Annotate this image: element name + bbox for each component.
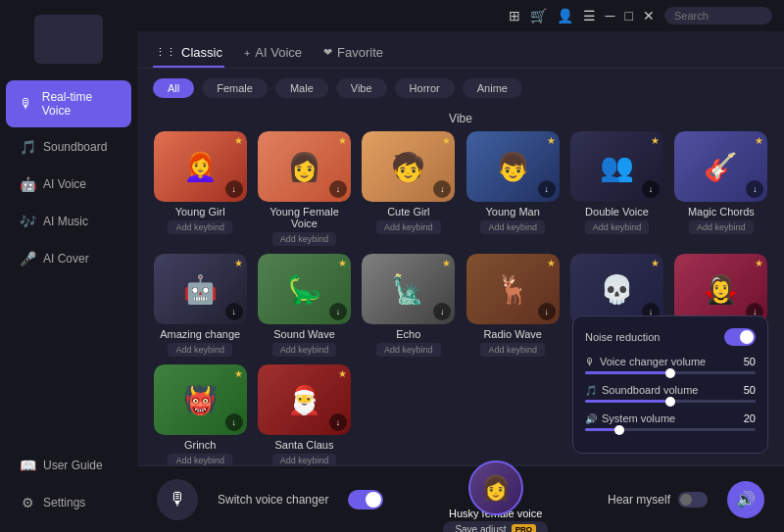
ai-music-icon: 🎶 xyxy=(20,214,35,229)
nav-tab-ai-voice[interactable]: +AI Voice xyxy=(242,39,304,68)
noise-reduction-toggle[interactable] xyxy=(724,328,756,346)
discord-icon[interactable]: ⊞ xyxy=(509,8,520,24)
voice-thumb-young-female: 👩 ★ ↓ xyxy=(258,131,351,202)
system-volume-track[interactable] xyxy=(585,428,756,431)
voice-download-santa-claus[interactable]: ↓ xyxy=(329,413,347,431)
voice-star-young-female: ★ xyxy=(338,135,347,146)
filter-vibe[interactable]: Vibe xyxy=(336,78,387,98)
voice-keybind-echo[interactable]: Add keybind xyxy=(376,343,441,357)
voice-download-grinch[interactable]: ↓ xyxy=(225,413,243,431)
voice-card-echo[interactable]: 🗽 ★ ↓ Echo Add keybind xyxy=(362,254,456,357)
filter-anime[interactable]: Anime xyxy=(463,78,522,98)
voice-card-young-girl[interactable]: 👩‍🦰 ★ ↓ Young Girl Add keybind xyxy=(153,131,247,246)
voice-download-sound-wave[interactable]: ↓ xyxy=(329,303,347,320)
system-volume-value: 20 xyxy=(744,412,756,424)
hear-myself-label: Hear myself xyxy=(608,493,670,507)
voice-name-santa-claus: Santa Claus xyxy=(275,439,334,451)
close-icon[interactable]: ✕ xyxy=(643,8,655,24)
soundboard-volume-track[interactable] xyxy=(585,400,756,403)
soundboard-volume-row: 🎵 Soundboard volume 50 xyxy=(585,384,756,403)
nav-tab-classic[interactable]: ⋮⋮Classic xyxy=(153,39,224,68)
nav-tab-icon-favorite: ❤ xyxy=(323,46,332,59)
main-content: ⊞ 🛒 👤 ☰ ─ □ ✕ ⋮⋮Classic+AI Voice❤Favorit… xyxy=(137,0,784,532)
voice-thumb-santa-claus: 🎅 ★ ↓ xyxy=(258,364,351,435)
speaker-button[interactable]: 🔊 xyxy=(727,481,764,518)
voice-download-young-female[interactable]: ↓ xyxy=(329,180,347,198)
minimize-icon[interactable]: ─ xyxy=(606,8,615,24)
user-icon[interactable]: 👤 xyxy=(557,8,573,24)
voice-name-radio-wave: Radio Wave xyxy=(483,328,542,340)
voice-star-sound-wave: ★ xyxy=(338,258,347,268)
voice-download-amazing-change[interactable]: ↓ xyxy=(225,303,243,320)
voice-card-sound-wave[interactable]: 🦕 ★ ↓ Sound Wave Add keybind xyxy=(257,254,351,357)
sidebar-item-ai-music[interactable]: 🎶 AI Music xyxy=(6,204,131,239)
filter-female[interactable]: Female xyxy=(202,78,268,98)
soundboard-icon: 🎵 xyxy=(20,139,35,155)
voice-keybind-double-voice[interactable]: Add keybind xyxy=(585,220,650,234)
filter-horror[interactable]: Horror xyxy=(395,78,455,98)
voice-star-magic-chords: ★ xyxy=(755,135,763,146)
voice-keybind-sound-wave[interactable]: Add keybind xyxy=(272,343,337,357)
voice-star-amazing-change: ★ xyxy=(234,258,243,268)
noise-reduction-row: Noise reduction xyxy=(585,328,756,346)
sidebar-item-user-guide[interactable]: 📖 User Guide xyxy=(6,448,131,483)
voice-card-double-voice[interactable]: 👥 ★ ↓ Double Voice Add keybind xyxy=(569,131,663,246)
voice-thumb-sally: 🧛‍♀️ ★ ↓ xyxy=(674,254,767,324)
soundboard-volume-thumb[interactable] xyxy=(665,397,675,407)
active-voice-avatar: 👩 xyxy=(468,460,523,515)
sidebar-item-ai-cover[interactable]: 🎤 AI Cover xyxy=(6,241,131,276)
search-input[interactable] xyxy=(664,7,772,24)
voice-download-young-man[interactable]: ↓ xyxy=(538,180,556,198)
hear-myself-toggle[interactable] xyxy=(678,492,708,508)
save-adjust-button[interactable]: Save adjust PRO xyxy=(443,521,548,532)
voice-keybind-young-man[interactable]: Add keybind xyxy=(480,220,545,234)
voice-keybind-amazing-change[interactable]: Add keybind xyxy=(168,343,232,357)
nav-tabs: ⋮⋮Classic+AI Voice❤Favorite xyxy=(137,31,784,69)
bottom-bar: 🎙 Switch voice changer 👩 Husky female vo… xyxy=(137,465,784,532)
voice-name-sound-wave: Sound Wave xyxy=(273,328,335,340)
voice-changer-volume-track[interactable] xyxy=(585,371,756,374)
voice-card-magic-chords[interactable]: 🎸 ★ ↓ Magic Chords Add keybind xyxy=(674,131,768,246)
sidebar-item-settings[interactable]: ⚙ Settings xyxy=(6,485,131,520)
nav-tab-label-ai-voice: AI Voice xyxy=(255,45,302,60)
mic-button[interactable]: 🎙 xyxy=(157,479,198,520)
sidebar-item-soundboard[interactable]: 🎵 Soundboard xyxy=(6,129,131,165)
voice-keybind-young-female[interactable]: Add keybind xyxy=(272,232,337,246)
shop-icon[interactable]: 🛒 xyxy=(530,8,547,24)
nav-tab-icon-classic: ⋮⋮ xyxy=(155,46,176,59)
voice-name-amazing-change: Amazing change xyxy=(160,328,240,340)
voice-card-cute-girl[interactable]: 🧒 ★ ↓ Cute Girl Add keybind xyxy=(362,131,456,246)
hear-myself-section: Hear myself xyxy=(608,492,708,508)
voice-card-radio-wave[interactable]: 🦌 ★ ↓ Radio Wave Add keybind xyxy=(466,254,560,357)
voice-changer-toggle[interactable] xyxy=(348,490,383,509)
voice-star-radio-wave: ★ xyxy=(547,258,556,268)
voice-card-amazing-change[interactable]: 🤖 ★ ↓ Amazing change Add keybind xyxy=(153,254,247,357)
sidebar: 🎙 Real-time Voice 🎵 Soundboard 🤖 AI Voic… xyxy=(0,0,137,532)
voice-keybind-radio-wave[interactable]: Add keybind xyxy=(480,343,545,357)
voice-card-young-female[interactable]: 👩 ★ ↓ Young Female Voice Add keybind xyxy=(257,131,351,246)
voice-download-radio-wave[interactable]: ↓ xyxy=(538,303,556,320)
sidebar-item-ai-voice[interactable]: 🤖 AI Voice xyxy=(6,167,131,202)
voice-card-grinch[interactable]: 👹 ★ ↓ Grinch Add keybind xyxy=(153,364,247,467)
voice-thumb-cute-girl: 🧒 ★ ↓ xyxy=(362,131,455,202)
voice-keybind-cute-girl[interactable]: Add keybind xyxy=(376,220,441,234)
voice-thumb-amazing-change: 🤖 ★ ↓ xyxy=(154,254,247,324)
voice-name-cute-girl: Cute Girl xyxy=(387,206,429,218)
voice-keybind-magic-chords[interactable]: Add keybind xyxy=(689,220,754,234)
menu-icon[interactable]: ☰ xyxy=(583,8,596,24)
filter-all[interactable]: All xyxy=(153,78,194,98)
sidebar-item-realtime-voice[interactable]: 🎙 Real-time Voice xyxy=(6,80,131,127)
voice-thumb-young-girl: 👩‍🦰 ★ ↓ xyxy=(154,131,247,202)
voice-download-young-girl[interactable]: ↓ xyxy=(225,180,243,198)
voice-keybind-young-girl[interactable]: Add keybind xyxy=(168,220,232,234)
voice-card-young-man[interactable]: 👦 ★ ↓ Young Man Add keybind xyxy=(466,131,560,246)
nav-tab-favorite[interactable]: ❤Favorite xyxy=(321,39,385,68)
sidebar-label-realtime-voice: Real-time Voice xyxy=(42,90,118,118)
system-volume-thumb[interactable] xyxy=(614,425,624,435)
voice-card-santa-claus[interactable]: 🎅 ★ ↓ Santa Claus Add keybind xyxy=(257,364,351,467)
user-guide-icon: 📖 xyxy=(20,458,35,473)
voice-changer-volume-thumb[interactable] xyxy=(665,368,675,378)
filter-male[interactable]: Male xyxy=(275,78,328,98)
maximize-icon[interactable]: □ xyxy=(625,8,633,24)
voice-download-double-voice[interactable]: ↓ xyxy=(642,180,660,198)
